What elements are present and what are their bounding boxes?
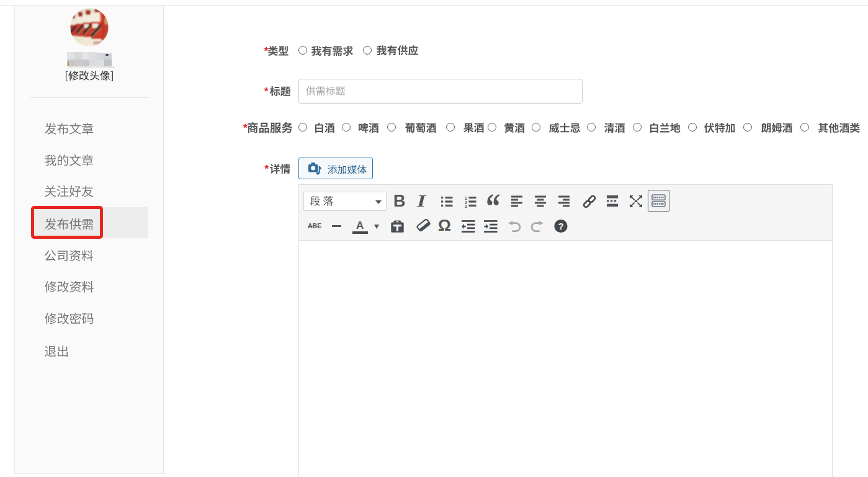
svg-text:1: 1 [465,196,467,200]
svg-text:?: ? [558,221,563,231]
svg-text:3: 3 [465,204,467,208]
